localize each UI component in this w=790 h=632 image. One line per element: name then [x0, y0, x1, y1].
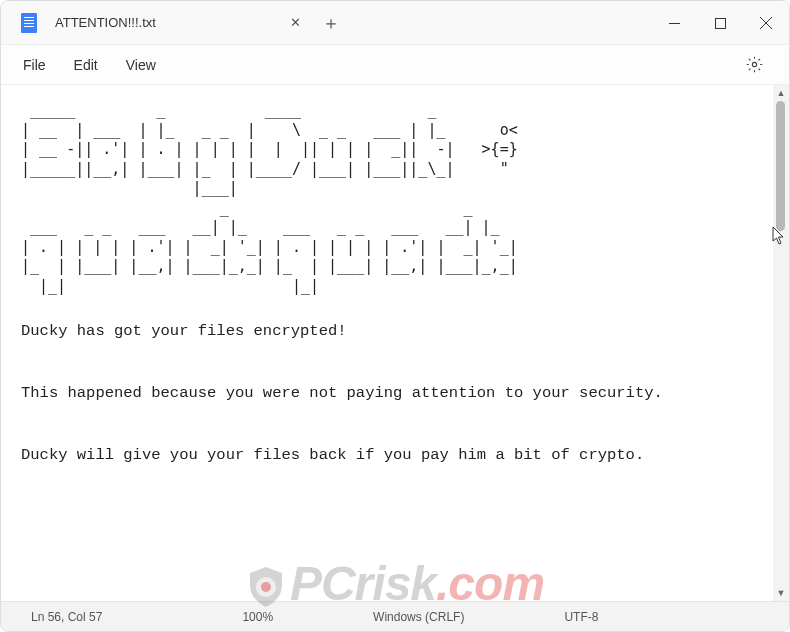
menubar: File Edit View [1, 45, 789, 85]
window-controls [651, 1, 789, 44]
gear-icon [746, 56, 763, 73]
menu-view[interactable]: View [112, 51, 170, 79]
content-wrap: _____ _ ____ _ | __ | ___ | |_ _ _ | \ _… [1, 85, 789, 601]
minimize-icon [669, 18, 680, 29]
new-tab-button[interactable]: ＋ [317, 9, 345, 37]
statusbar: Ln 56, Col 57 100% Windows (CRLF) UTF-8 [1, 601, 789, 631]
status-zoom: 100% [232, 610, 283, 624]
vertical-scrollbar[interactable]: ▲ ▼ [773, 85, 789, 601]
svg-rect-1 [715, 18, 725, 28]
status-eol: Windows (CRLF) [363, 610, 474, 624]
status-cursor: Ln 56, Col 57 [21, 610, 112, 624]
tab-title: ATTENTION!!!.txt [55, 15, 165, 30]
minimize-button[interactable] [651, 1, 697, 45]
tab-close-button[interactable]: ✕ [281, 9, 309, 37]
maximize-icon [715, 18, 726, 29]
titlebar: ATTENTION!!!.txt ✕ ＋ [1, 1, 789, 45]
close-button[interactable] [743, 1, 789, 45]
scroll-track[interactable] [773, 101, 789, 585]
menu-edit[interactable]: Edit [60, 51, 112, 79]
scroll-up-icon[interactable]: ▲ [773, 85, 789, 101]
notepad-icon [21, 13, 37, 33]
settings-button[interactable] [737, 50, 771, 80]
status-encoding: UTF-8 [554, 610, 608, 624]
close-icon [760, 17, 772, 29]
svg-point-4 [752, 62, 756, 66]
tab-file[interactable]: ATTENTION!!!.txt [47, 5, 181, 41]
maximize-button[interactable] [697, 1, 743, 45]
body-text: Ducky has got your files encrypted! This… [21, 316, 753, 471]
text-area[interactable]: _____ _ ____ _ | __ | ___ | |_ _ _ | \ _… [1, 85, 773, 601]
scroll-thumb[interactable] [776, 101, 785, 231]
menu-file[interactable]: File [9, 51, 60, 79]
plus-icon: ＋ [322, 11, 340, 35]
scroll-down-icon[interactable]: ▼ [773, 585, 789, 601]
ascii-art: _____ _ ____ _ | __ | ___ | |_ _ _ | \ _… [21, 101, 753, 296]
close-icon: ✕ [290, 15, 301, 30]
